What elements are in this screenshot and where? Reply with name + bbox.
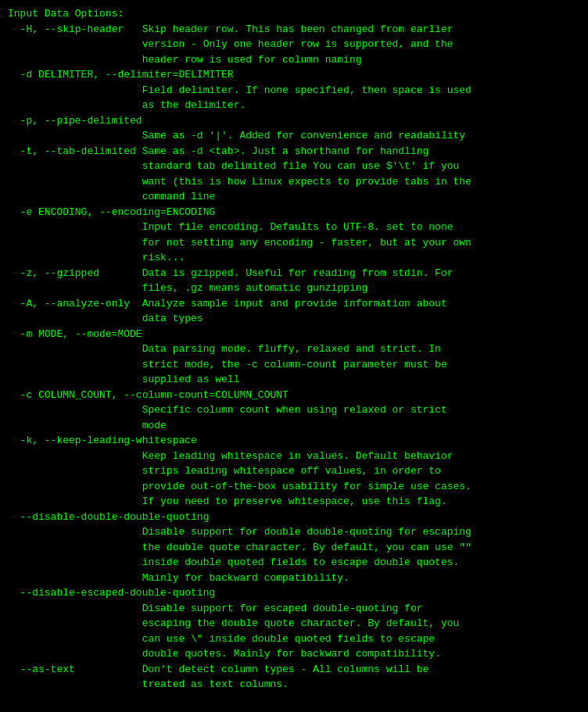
- terminal-output: Input Data Options: -H, --skip-header Sk…: [8, 6, 580, 692]
